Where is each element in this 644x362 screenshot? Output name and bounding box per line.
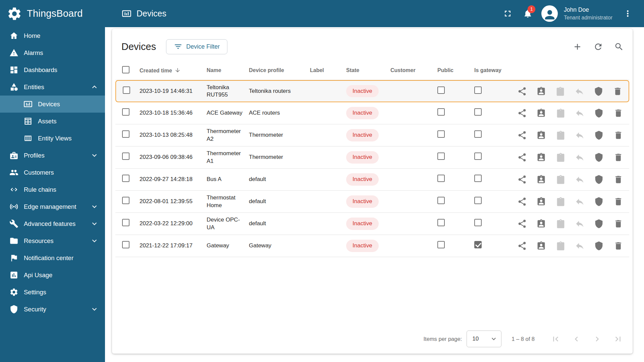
public-checkbox[interactable] [437,108,445,116]
sidebar-item-resources[interactable]: Resources [0,232,105,249]
security-button[interactable] [592,194,606,209]
row-checkbox[interactable] [122,130,129,138]
brand[interactable]: ThingsBoard [0,0,105,27]
sidebar-item-home[interactable]: Home [0,27,105,44]
sidebar-item-api-usage[interactable]: Api Usage [0,266,105,284]
sidebar-item-edge-management[interactable]: Edge management [0,198,105,215]
gateway-checkbox[interactable] [474,153,482,160]
sidebar-item-entities[interactable]: Entities [0,78,105,96]
share-button[interactable] [515,150,529,165]
gateway-checkbox[interactable] [474,108,482,116]
security-button[interactable] [592,128,606,143]
row-checkbox[interactable] [122,197,129,204]
assign-to-customer-button[interactable] [534,172,548,187]
col-name[interactable]: Name [207,61,249,80]
gateway-checkbox[interactable] [474,219,482,226]
col-customer[interactable]: Customer [390,61,437,80]
security-button[interactable] [592,84,605,99]
delete-button[interactable] [611,84,625,99]
sidebar-item-security[interactable]: Security [0,301,105,318]
sidebar-item-assets[interactable]: Assets [0,113,105,130]
assign-to-customer-button[interactable] [534,106,548,121]
col-device-profile[interactable]: Device profile [249,61,310,80]
security-button[interactable] [592,217,606,231]
gateway-checkbox[interactable] [474,197,482,204]
share-button[interactable] [515,128,529,143]
add-device-button[interactable] [568,38,586,56]
assign-to-customer-button[interactable] [534,128,548,143]
sidebar-item-settings[interactable]: Settings [0,284,105,301]
delete-button[interactable] [611,194,625,209]
assign-to-customer-button[interactable] [534,239,548,253]
row-checkbox[interactable] [122,175,129,182]
device-row[interactable]: 2023-10-13 08:25:48Thermometer A2Thermom… [115,124,629,146]
public-checkbox[interactable] [437,219,445,226]
sidebar-item-entity-views[interactable]: Entity Views [0,130,105,147]
assign-to-customer-button[interactable] [534,84,548,99]
security-button[interactable] [592,239,606,253]
public-checkbox[interactable] [437,241,445,248]
fullscreen-button[interactable] [498,5,517,23]
share-button[interactable] [515,172,529,187]
share-button[interactable] [515,194,529,209]
public-checkbox[interactable] [437,175,445,182]
delete-button[interactable] [611,106,625,121]
device-row[interactable]: 2023-10-18 15:36:46ACE GatewayACE router… [115,102,629,124]
delete-button[interactable] [611,150,625,165]
security-button[interactable] [592,150,606,165]
device-row[interactable]: 2023-10-19 14:46:31Teltonika RUT955Telto… [115,80,629,102]
gateway-checkbox[interactable] [474,175,482,182]
public-checkbox[interactable] [437,197,445,204]
row-checkbox[interactable] [122,219,129,226]
sidebar-item-devices[interactable]: Devices [0,96,105,113]
assign-to-customer-button[interactable] [534,194,548,209]
more-menu-button[interactable] [619,5,637,23]
col-state[interactable]: State [346,61,390,80]
sidebar-item-advanced-features[interactable]: Advanced features [0,215,105,232]
share-button[interactable] [515,217,529,231]
sidebar-item-rule-chains[interactable]: Rule chains [0,181,105,198]
delete-button[interactable] [611,172,625,187]
notifications-button[interactable]: 1 [519,5,537,23]
sidebar-item-profiles[interactable]: Profiles [0,147,105,164]
gateway-checkbox[interactable] [474,241,482,248]
col-label[interactable]: Label [310,61,346,80]
row-checkbox[interactable] [122,153,129,160]
public-checkbox[interactable] [437,153,445,160]
select-all-checkbox[interactable] [122,66,129,73]
refresh-button[interactable] [589,38,607,56]
device-row[interactable]: 2022-08-01 12:39:55Thermostat Homedefaul… [115,191,629,213]
delete-button[interactable] [611,128,625,143]
items-per-page-select[interactable]: 10 [467,330,501,347]
user-info[interactable]: John Doe Tenant administrator [564,6,612,21]
avatar[interactable] [541,5,558,22]
assign-to-customer-button[interactable] [534,150,548,165]
search-button[interactable] [610,38,628,56]
gateway-checkbox[interactable] [474,86,482,94]
device-row[interactable]: 2022-09-27 14:28:18Bus AdefaultInactive [115,169,629,191]
delete-button[interactable] [611,217,625,231]
row-checkbox[interactable] [122,108,129,116]
public-checkbox[interactable] [437,130,445,138]
share-button[interactable] [515,106,529,121]
sidebar-item-dashboards[interactable]: Dashboards [0,61,105,78]
gateway-checkbox[interactable] [474,130,482,138]
col-is-gateway[interactable]: Is gateway [474,61,515,80]
row-checkbox[interactable] [123,86,130,94]
assign-to-customer-button[interactable] [534,217,548,231]
device-row[interactable]: 2023-09-06 09:38:46Thermometer A1Thermom… [115,146,629,169]
public-checkbox[interactable] [437,86,445,94]
device-filter-button[interactable]: Device Filter [166,39,227,54]
sidebar-item-alarms[interactable]: Alarms [0,44,105,61]
share-button[interactable] [515,84,529,99]
col-created-time[interactable]: Created time [140,61,207,80]
col-public[interactable]: Public [437,61,474,80]
security-button[interactable] [592,172,606,187]
device-row[interactable]: 2021-12-22 17:09:17GatewayGatewayInactiv… [115,235,629,257]
sidebar-item-notification-center[interactable]: Notification center [0,249,105,266]
delete-button[interactable] [611,239,625,253]
device-row[interactable]: 2022-03-22 12:29:00Device OPC-UAdefaultI… [115,213,629,235]
row-checkbox[interactable] [122,241,129,248]
share-button[interactable] [515,239,529,253]
sidebar-item-customers[interactable]: Customers [0,164,105,181]
